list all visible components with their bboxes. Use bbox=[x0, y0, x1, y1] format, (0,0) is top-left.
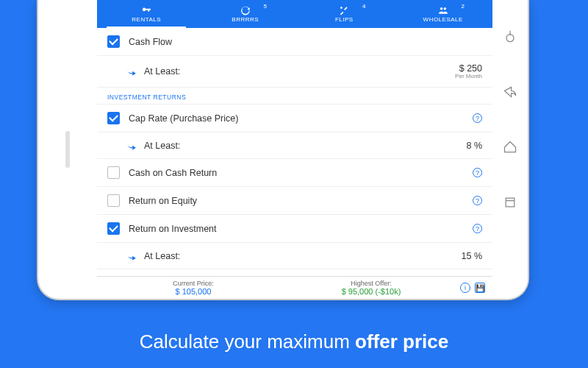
app-content: RENTALS 5 BRRRRS 4 FLIPS 2 bbox=[97, 0, 492, 299]
checkbox-return-on-equity[interactable] bbox=[107, 194, 120, 207]
footer-bar: Current Price: $ 105,000 Highest Offer: … bbox=[97, 276, 492, 299]
key-icon bbox=[141, 5, 151, 15]
save-icon[interactable]: 💾 bbox=[475, 283, 485, 293]
tab-label: BRRRRS bbox=[232, 16, 259, 23]
help-icon[interactable]: ? bbox=[473, 196, 482, 205]
device-nav-bar bbox=[492, 0, 528, 299]
tab-brrrrs[interactable]: 5 BRRRRS bbox=[196, 0, 295, 28]
row-return-on-investment[interactable]: Return on Investment ? bbox=[97, 215, 492, 243]
arrow-icon bbox=[126, 142, 137, 149]
footer-value: $ 105,000 bbox=[176, 287, 212, 296]
value-cap-rate: 8 % bbox=[466, 141, 482, 151]
nav-back-icon[interactable] bbox=[503, 85, 517, 99]
row-cap-rate-value[interactable]: At Least: 8 % bbox=[97, 132, 492, 159]
help-icon[interactable]: ? bbox=[473, 224, 482, 233]
footer-value: $ 95,000 (-$10k) bbox=[342, 287, 401, 296]
row-return-on-equity[interactable]: Return on Equity ? bbox=[97, 187, 492, 215]
at-least-label: At Least: bbox=[144, 141, 466, 151]
device-screen: RENTALS 5 BRRRRS 4 FLIPS 2 bbox=[97, 0, 528, 299]
footer-highest-offer: Highest Offer: $ 95,000 (-$10k) bbox=[282, 280, 460, 296]
tab-badge: 2 bbox=[461, 3, 465, 10]
arrow-icon bbox=[126, 252, 137, 260]
nav-power-icon[interactable] bbox=[503, 29, 517, 44]
row-label: Cash on Cash Return bbox=[129, 168, 467, 178]
tab-label: RENTALS bbox=[132, 16, 161, 23]
people-icon bbox=[438, 5, 448, 15]
checkbox-cash-flow[interactable] bbox=[107, 35, 120, 48]
checkbox-return-on-investment[interactable] bbox=[107, 222, 120, 235]
tab-badge: 4 bbox=[362, 3, 366, 10]
speaker-slot bbox=[65, 131, 70, 168]
row-roi-value[interactable]: At Least: 15 % bbox=[97, 243, 492, 269]
footer-label: Highest Offer: bbox=[351, 280, 391, 287]
tab-label: WHOLESALE bbox=[423, 16, 463, 23]
row-cash-on-cash[interactable]: Cash on Cash Return ? bbox=[97, 159, 492, 187]
info-icon[interactable]: i bbox=[460, 283, 470, 293]
bezel bbox=[38, 0, 97, 299]
at-least-label: At Least: bbox=[144, 251, 462, 261]
footer-actions: i 💾 bbox=[460, 283, 485, 293]
svg-rect-1 bbox=[506, 198, 514, 207]
marketing-caption: Calculate your maximum offer price bbox=[0, 308, 588, 368]
checkbox-cap-rate[interactable] bbox=[107, 112, 120, 124]
checkbox-cash-on-cash[interactable] bbox=[107, 166, 120, 179]
tab-wholesale[interactable]: 2 WHOLESALE bbox=[394, 0, 493, 28]
at-least-label: At Least: bbox=[144, 66, 455, 77]
row-cap-rate[interactable]: Cap Rate (Purchase Price) ? bbox=[97, 105, 492, 132]
value-cash-flow: $ 250Per Month bbox=[455, 63, 482, 79]
row-label: Cash Flow bbox=[129, 37, 482, 47]
criteria-list[interactable]: Cash Flow At Least: $ 250Per Month INVES… bbox=[97, 28, 492, 276]
tab-badge: 5 bbox=[263, 3, 267, 10]
section-investment-returns: INVESTMENT RETURNS bbox=[97, 88, 492, 105]
row-label: Return on Investment bbox=[129, 224, 467, 234]
row-cash-flow[interactable]: Cash Flow bbox=[97, 28, 492, 56]
row-label: Cap Rate (Purchase Price) bbox=[129, 113, 467, 124]
tablet-frame: RENTALS 5 BRRRRS 4 FLIPS 2 bbox=[37, 0, 529, 300]
value-roi: 15 % bbox=[462, 251, 483, 261]
footer-label: Current Price: bbox=[173, 280, 214, 287]
refresh-icon bbox=[240, 5, 251, 15]
footer-current-price: Current Price: $ 105,000 bbox=[104, 280, 282, 296]
arrow-icon bbox=[126, 68, 137, 75]
tab-bar: RENTALS 5 BRRRRS 4 FLIPS 2 bbox=[97, 0, 492, 28]
tools-icon bbox=[339, 5, 349, 15]
help-icon[interactable]: ? bbox=[473, 113, 482, 123]
tab-flips[interactable]: 4 FLIPS bbox=[295, 0, 394, 28]
nav-recents-icon[interactable] bbox=[503, 195, 517, 210]
row-cash-flow-value[interactable]: At Least: $ 250Per Month bbox=[97, 56, 492, 88]
nav-home-icon[interactable] bbox=[503, 140, 517, 155]
help-icon[interactable]: ? bbox=[473, 168, 482, 177]
tab-rentals[interactable]: RENTALS bbox=[97, 0, 196, 28]
tab-label: FLIPS bbox=[335, 16, 354, 23]
row-label: Return on Equity bbox=[129, 196, 467, 206]
